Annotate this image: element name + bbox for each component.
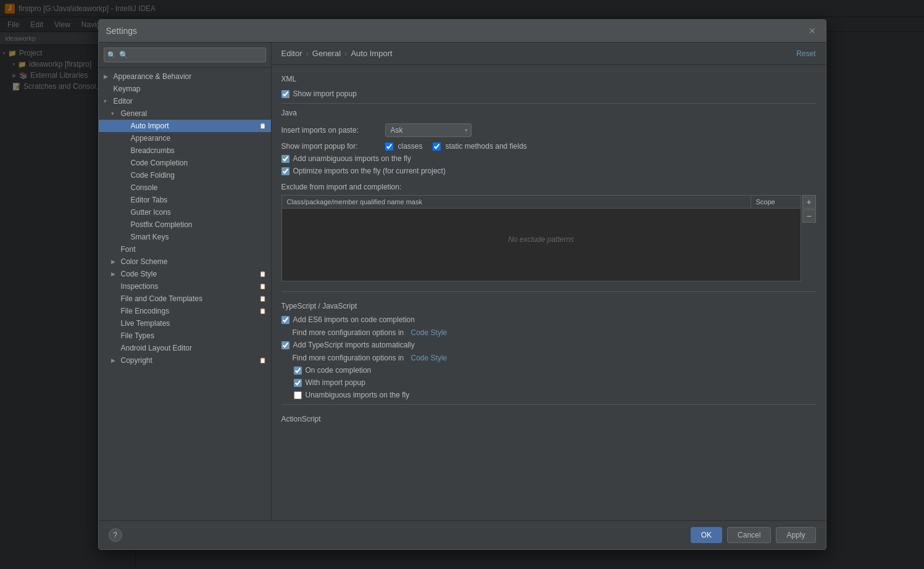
nav-item-font[interactable]: Font	[99, 243, 271, 255]
nav-item-copyright[interactable]: ▶ Copyright 📋	[99, 354, 271, 367]
nav-item-file-types[interactable]: File Types	[99, 330, 271, 342]
nav-item-keymap[interactable]: Keymap	[99, 83, 271, 95]
nav-label-auto-import: Auto Import	[131, 122, 257, 130]
apply-button[interactable]: Apply	[776, 527, 815, 543]
nav-item-live-templates[interactable]: Live Templates	[99, 317, 271, 330]
ts-add-es6-checkbox[interactable]	[281, 316, 289, 324]
nav-label-code-completion: Code Completion	[131, 159, 266, 167]
content-body: XML Show import popup Java Insert import…	[272, 65, 826, 520]
xml-show-import-popup-row: Show import popup	[281, 89, 816, 98]
nav-item-appearance[interactable]: Appearance	[99, 132, 271, 144]
settings-search-input[interactable]	[104, 48, 266, 62]
add-unambiguous-label: Add unambiguous imports on the fly	[293, 154, 411, 163]
nav-item-code-folding[interactable]: Code Folding	[99, 169, 271, 181]
breadcrumb: Editor › General › Auto Import	[281, 49, 393, 58]
nav-item-console[interactable]: Console	[99, 181, 271, 194]
nav-item-editor[interactable]: ▾ Editor	[99, 95, 271, 107]
content-header: Editor › General › Auto Import Reset	[272, 43, 826, 65]
xml-show-import-popup-label: Show import popup	[293, 89, 357, 98]
divider-3	[281, 404, 816, 405]
nav-label-file-encodings: File Encodings	[121, 307, 257, 315]
nav-item-inspections[interactable]: Inspections 📋	[99, 280, 271, 293]
ide-layout: ideaworkp › ▾ 📁 Project ▾ 📁 ideaworkp [f…	[0, 32, 924, 569]
ts-find-more-1-text: Find more configuration options in	[293, 328, 404, 337]
nav-label-code-style: Code Style	[121, 270, 257, 278]
nav-label-live-templates: Live Templates	[121, 319, 266, 328]
nav-badge-file-encodings: 📋	[259, 308, 266, 314]
nav-label-appearance-behavior: Appearance & Behavior	[114, 72, 266, 81]
ts-code-style-link-2[interactable]: Code Style	[411, 354, 447, 362]
optimize-imports-label: Optimize imports on the fly (for current…	[293, 167, 446, 175]
settings-dialog: Settings ✕ 🔍	[98, 19, 826, 550]
ts-on-code-completion-row: On code completion	[281, 366, 816, 375]
ts-find-more-2-text: Find more configuration options in	[293, 354, 404, 362]
nav-badge-file-code-templates: 📋	[259, 296, 266, 302]
breadcrumb-sep-2: ›	[344, 49, 347, 58]
xml-section-label: XML	[281, 75, 816, 83]
content-panel: Editor › General › Auto Import Reset XML	[272, 43, 826, 520]
nav-arrow-code-style: ▶	[111, 271, 119, 277]
show-import-static-checkbox[interactable]	[433, 143, 441, 151]
nav-label-code-folding: Code Folding	[131, 171, 266, 180]
nav-item-code-completion[interactable]: Code Completion	[99, 157, 271, 169]
nav-item-general[interactable]: ▾ General	[99, 107, 271, 120]
nav-label-editor-tabs: Editor Tabs	[131, 196, 266, 204]
typescript-section-label: TypeScript / JavaScript	[281, 302, 816, 310]
nav-item-code-style[interactable]: ▶ Code Style 📋	[99, 268, 271, 280]
exclude-table-header: Class/package/member qualified name mask…	[282, 196, 801, 209]
ts-unambiguous-checkbox[interactable]	[294, 391, 302, 399]
nav-label-gutter-icons: Gutter Icons	[131, 208, 266, 217]
nav-item-android-layout-editor[interactable]: Android Layout Editor	[99, 342, 271, 354]
nav-label-appearance: Appearance	[131, 134, 266, 143]
help-button[interactable]: ?	[109, 528, 122, 542]
main-area: Settings ✕ 🔍	[136, 32, 924, 569]
nav-item-color-scheme[interactable]: ▶ Color Scheme	[99, 255, 271, 268]
optimize-imports-checkbox[interactable]	[281, 167, 289, 175]
reset-button[interactable]: Reset	[796, 49, 815, 58]
nav-search-area: 🔍	[99, 43, 271, 68]
nav-item-editor-tabs[interactable]: Editor Tabs	[99, 194, 271, 206]
actionscript-section: ActionScript	[281, 415, 816, 423]
nav-item-appearance-behavior[interactable]: ▶ Appearance & Behavior	[99, 70, 271, 83]
ts-add-typescript-label: Add TypeScript imports automatically	[293, 341, 415, 349]
nav-arrow-appearance-behavior: ▶	[104, 73, 111, 80]
ts-with-import-popup-checkbox[interactable]	[294, 379, 302, 387]
cancel-button[interactable]: Cancel	[727, 527, 771, 543]
nav-badge-code-style: 📋	[259, 271, 266, 277]
nav-item-auto-import[interactable]: Auto Import 📋	[99, 120, 271, 132]
nav-label-color-scheme: Color Scheme	[121, 257, 266, 266]
exclude-col-name-header: Class/package/member qualified name mask	[282, 196, 751, 208]
ts-code-style-link-1[interactable]: Code Style	[411, 328, 447, 337]
breadcrumb-sep-1: ›	[306, 49, 308, 58]
exclude-remove-button[interactable]: −	[802, 209, 816, 223]
show-import-static-label: static methods and fields	[446, 142, 527, 151]
ok-button[interactable]: OK	[691, 527, 722, 543]
dialog-close-button[interactable]: ✕	[806, 25, 818, 37]
nav-arrow-editor: ▾	[104, 98, 111, 104]
exclude-label: Exclude from import and completion:	[281, 183, 816, 191]
ts-find-more-2-row: Find more configuration options in Code …	[281, 353, 816, 362]
nav-item-gutter-icons[interactable]: Gutter Icons	[99, 206, 271, 218]
breadcrumb-editor: Editor	[281, 49, 302, 58]
nav-item-breadcrumbs[interactable]: Breadcrumbs	[99, 144, 271, 157]
insert-imports-select[interactable]: Ask Always Never	[385, 123, 472, 137]
nav-badge-inspections: 📋	[259, 283, 266, 289]
ts-add-typescript-row: Add TypeScript imports automatically	[281, 341, 816, 349]
show-import-classes-label: classes	[398, 142, 423, 151]
nav-label-editor: Editor	[114, 97, 266, 106]
nav-item-file-code-templates[interactable]: File and Code Templates 📋	[99, 293, 271, 305]
nav-item-postfix-completion[interactable]: Postfix Completion	[99, 218, 271, 231]
nav-label-inspections: Inspections	[121, 282, 257, 291]
exclude-add-button[interactable]: +	[802, 195, 816, 209]
show-import-classes-checkbox[interactable]	[385, 143, 393, 151]
breadcrumb-auto-import: Auto Import	[351, 49, 392, 58]
xml-show-import-popup-checkbox[interactable]	[281, 90, 289, 98]
dialog-footer: ? OK Cancel Apply	[99, 520, 826, 549]
nav-label-general: General	[121, 109, 266, 118]
ts-on-code-completion-checkbox[interactable]	[294, 367, 302, 375]
dialog-title-bar: Settings ✕	[99, 20, 826, 43]
add-unambiguous-checkbox[interactable]	[281, 155, 289, 163]
nav-item-file-encodings[interactable]: File Encodings 📋	[99, 305, 271, 317]
nav-item-smart-keys[interactable]: Smart Keys	[99, 231, 271, 243]
ts-add-typescript-checkbox[interactable]	[281, 341, 289, 349]
